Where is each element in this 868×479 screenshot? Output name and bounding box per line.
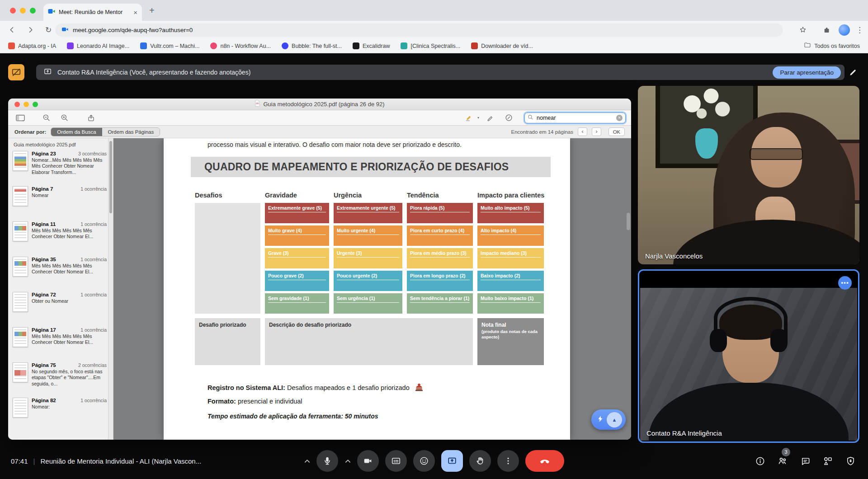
content-scrollbar-thumb[interactable]: [627, 213, 630, 230]
all-favorites[interactable]: Todos os favoritos: [804, 42, 860, 50]
bookmark-label: n8n - Workflow Au...: [220, 43, 271, 49]
share-button[interactable]: [84, 113, 98, 123]
bookmark-label: Downloader de víd...: [481, 43, 533, 49]
bookmark-item[interactable]: Vultr.com – Machi...: [140, 42, 199, 49]
meeting-details-button[interactable]: [754, 455, 766, 467]
call-controls: [304, 450, 564, 472]
bookmark-item[interactable]: Bubble: The full-st...: [282, 42, 342, 49]
bookmark-item[interactable]: [Clinica Spectralis...: [401, 42, 460, 49]
url-bar[interactable]: meet.google.com/qde-aupq-fwo?authuser=0: [55, 23, 783, 37]
reactions-button[interactable]: [413, 450, 435, 472]
participant-tile-narjla[interactable]: Narjla Vasconcelos: [638, 86, 859, 264]
registro-line: Registro no Sistema ALI: Desafios mapead…: [208, 383, 424, 393]
window-minimize-button[interactable]: [20, 8, 26, 14]
bookmark-item[interactable]: n8n - Workflow Au...: [210, 42, 271, 49]
zoom-in-button[interactable]: [58, 113, 71, 123]
camera-options-chevron[interactable]: [344, 459, 351, 463]
browser-menu-icon[interactable]: ⋮: [856, 25, 863, 35]
result-thumbnail: [13, 362, 28, 382]
matrix-footer: Desafio priorizado Descrição do desafio …: [195, 318, 544, 365]
result-thumbnail: [13, 292, 28, 312]
back-button[interactable]: [6, 24, 18, 36]
participants-button[interactable]: [777, 455, 788, 467]
search-result-item[interactable]: Página 171 ocorrênciaMês Mês Mês Mês Mês…: [13, 327, 107, 359]
search-result-item[interactable]: Página 111 ocorrênciaMês Mês Mês Mês Mês…: [13, 221, 107, 253]
chat-button[interactable]: [799, 455, 811, 467]
bookmark-item[interactable]: Adapta.org - IA: [8, 42, 56, 49]
highlighter-tool-button[interactable]: [462, 113, 476, 123]
bookmark-star-icon[interactable]: [797, 24, 809, 36]
participant-tile-contato[interactable]: ••• Contato R&A Inteligência: [638, 269, 859, 443]
sidebar-toggle-button[interactable]: [14, 113, 27, 123]
window-close-button[interactable]: [10, 8, 16, 14]
pdf-search-field[interactable]: ×: [524, 113, 626, 123]
result-snippet: Nomear: [32, 193, 107, 198]
sort-by-page-order[interactable]: Ordem das Páginas: [102, 128, 160, 136]
window-zoom-button[interactable]: [30, 8, 36, 14]
descricao-cell: Descrição do desafio priorizado: [265, 318, 473, 365]
preview-close-button[interactable]: [14, 102, 20, 107]
more-options-button[interactable]: [497, 450, 519, 472]
profile-avatar[interactable]: [839, 24, 850, 36]
preview-minimize-button[interactable]: [24, 102, 29, 107]
stop-presentation-button[interactable]: Parar apresentação: [773, 66, 841, 79]
sort-segmented-control: Ordem da Busca Ordem das Páginas: [51, 127, 160, 136]
bookmark-label: [Clinica Spectralis...: [410, 43, 460, 49]
floating-extension-button[interactable]: ▲: [591, 409, 626, 430]
captions-button[interactable]: [385, 450, 407, 472]
pdf-doc-icon: [255, 100, 260, 108]
host-controls-button[interactable]: [844, 455, 856, 467]
extensions-icon[interactable]: [821, 24, 833, 36]
result-snippet: Nomear:: [32, 404, 107, 410]
search-results-sidebar: Guia metodológico 2025.pdf Página 233 oc…: [8, 138, 113, 440]
sidebar-scrollbar-thumb[interactable]: [109, 141, 112, 213]
highlighter-dropdown-chevron[interactable]: ▾: [477, 116, 479, 120]
mic-button[interactable]: [316, 450, 338, 472]
search-result-item[interactable]: Página 821 ocorrênciaNomear:: [13, 398, 107, 429]
end-call-button[interactable]: [525, 450, 564, 472]
matrix-cell: Extremamente grave (5): [265, 203, 329, 223]
matrix-cell: Piora rápida (5): [407, 203, 473, 223]
annotation-pen-icon[interactable]: [847, 66, 859, 78]
result-count: 2 ocorrências: [78, 362, 107, 368]
forward-button[interactable]: [24, 24, 36, 36]
pen-tool-button[interactable]: [484, 113, 497, 123]
reload-button[interactable]: ↻: [42, 24, 54, 36]
raise-hand-button[interactable]: [469, 450, 491, 472]
search-result-item[interactable]: Página 351 ocorrênciaMês Mês Mês Mês Mês…: [13, 257, 107, 288]
meeting-info: 07:41 | Reunião de Mentoria Individual -…: [11, 457, 201, 465]
bookmark-item[interactable]: Leonardo AI Image...: [67, 42, 129, 49]
sort-by-search-order[interactable]: Ordem da Busca: [51, 128, 102, 136]
new-tab-button[interactable]: +: [149, 5, 155, 16]
matrix-desafios-cell: [195, 203, 260, 314]
clear-search-icon[interactable]: ×: [616, 115, 623, 121]
bookmark-item[interactable]: Excalidraw: [353, 42, 390, 49]
formato-line: Formato: presencial e individual: [208, 398, 302, 405]
camera-button[interactable]: [357, 450, 379, 472]
chevron-up-icon[interactable]: ▲: [607, 412, 622, 427]
preview-zoom-button[interactable]: [33, 102, 38, 107]
browser-tab[interactable]: Meet: Reunião de Mentor ×: [43, 4, 142, 21]
search-input[interactable]: [536, 114, 614, 122]
bookmark-item[interactable]: Downloader de víd...: [471, 42, 533, 49]
activities-button[interactable]: [822, 455, 834, 467]
search-result-item[interactable]: Página 752 ocorrênciasNo segundo mês, o …: [13, 362, 107, 394]
tab-close-icon[interactable]: ×: [133, 9, 137, 16]
meet-stage: Contato R&A Inteligência (Você, apresent…: [0, 53, 868, 479]
mic-options-chevron[interactable]: [304, 459, 310, 463]
search-result-item[interactable]: Página 71 ocorrênciaNomear: [13, 186, 107, 218]
previous-result-button[interactable]: ‹: [578, 127, 587, 136]
matrix-column-header: Urgência: [334, 192, 402, 201]
search-result-item[interactable]: Página 233 ocorrênciasNomear...Mês Mês M…: [13, 151, 107, 183]
search-result-item[interactable]: Página 721 ocorrênciaObter ou Nomear: [13, 292, 107, 324]
matrix-column-header: Impacto para clientes: [477, 192, 544, 201]
next-result-button[interactable]: ›: [592, 127, 601, 136]
sidebar-scrollbar[interactable]: [108, 138, 113, 440]
zoom-out-button[interactable]: [40, 113, 53, 123]
result-page: Página 72: [32, 292, 56, 297]
present-button[interactable]: [441, 450, 463, 472]
markup-circle-button[interactable]: [502, 113, 515, 123]
tile-options-icon[interactable]: •••: [838, 276, 852, 290]
ok-button[interactable]: OK: [609, 127, 625, 136]
nota-final-cell: Nota final (produto das notas de cada as…: [477, 318, 544, 365]
